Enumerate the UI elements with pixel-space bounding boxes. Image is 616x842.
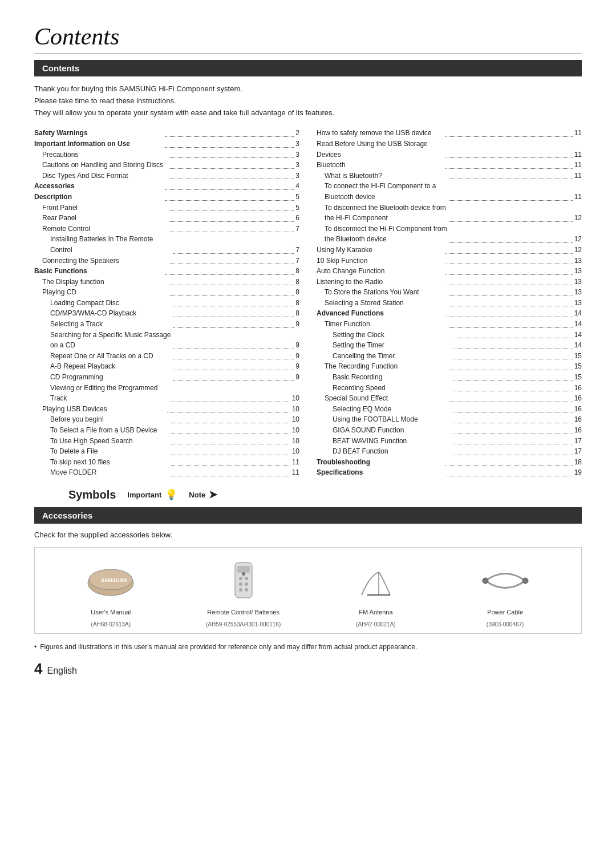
svg-text:SAMSUNG: SAMSUNG (101, 577, 127, 583)
toc-label: To connect the Hi-Fi Component to a (317, 181, 582, 192)
toc-item: GIGA SOUND Function16 (317, 425, 582, 436)
toc-label: Cautions on Handling and Storing Discs (34, 160, 167, 171)
toc-dots (165, 181, 294, 190)
toc-item: Timer Function14 (317, 319, 582, 330)
toc-dots (449, 393, 573, 402)
toc-dots (169, 213, 294, 222)
toc-label: Recording Speed (317, 383, 452, 394)
toc-page: 8 (295, 266, 299, 277)
toc-page: 13 (574, 277, 582, 288)
toc-dots (453, 330, 573, 339)
toc-page: 14 (574, 340, 582, 351)
toc-item: Basic Recording15 (317, 372, 582, 383)
accessory-image-antenna (342, 558, 410, 604)
toc-item: To disconnect the Hi-Fi Component from (317, 224, 582, 234)
toc-item: Playing CD8 (34, 287, 299, 298)
toc-page: 6 (295, 213, 299, 224)
intro-text: Thank you for buying this SAMSUNG Hi-Fi … (34, 83, 582, 119)
toc-label: To Select a File from a USB Device (34, 425, 169, 436)
toc-item: BEAT WAVING Function17 (317, 436, 582, 447)
toc-dots (173, 319, 294, 328)
svg-point-5 (239, 577, 242, 580)
page-number-row: 4 English (34, 660, 582, 678)
toc-dots (453, 404, 573, 413)
note-icon: ➤ (209, 488, 217, 501)
remote-svg (232, 561, 255, 600)
toc-label: Loading Compact Disc (34, 298, 171, 309)
toc-item: Troubleshooting18 (317, 457, 582, 468)
toc-label: Listening to the Radio (317, 277, 444, 288)
toc-dots (173, 308, 294, 317)
toc-item: Control7 (34, 245, 299, 256)
toc-item: the Bluetooth device12 (317, 234, 582, 245)
toc-item: The Display function8 (34, 277, 299, 288)
page-language: English (47, 666, 76, 676)
toc-label: Playing CD (34, 287, 167, 298)
toc-page: 15 (574, 361, 582, 372)
toc-label: To disconnect the Bluetooth device from (317, 203, 582, 213)
toc-page: 16 (574, 383, 582, 394)
toc-page: 9 (295, 351, 299, 362)
toc-dots (171, 425, 290, 434)
toc-dots (173, 372, 294, 381)
toc-page: 3 (295, 160, 299, 171)
toc-item: 10 Skip Function13 (317, 256, 582, 266)
important-symbol: Important 💡 (127, 488, 177, 501)
note-symbol: Note ➤ (189, 488, 217, 501)
toc-item: Precautions3 (34, 149, 299, 160)
toc-dots (453, 425, 573, 434)
svg-point-15 (522, 578, 528, 584)
toc-page: 11 (574, 171, 582, 181)
toc-page: 11 (292, 457, 299, 468)
toc-item: Cancelling the Timer15 (317, 351, 582, 362)
toc-dots (165, 266, 294, 275)
toc-dots (169, 160, 294, 169)
toc-label: Devices (317, 149, 444, 160)
toc-label: Setting the Clock (317, 330, 452, 341)
toc-dots (449, 361, 573, 370)
toc-dots (173, 361, 294, 370)
toc-item: How to safely remove the USB device11 (317, 128, 582, 139)
toc-item: DJ BEAT Function17 (317, 446, 582, 457)
accessories-section-header: Accessories (34, 507, 582, 524)
toc-page: 3 (295, 171, 299, 181)
toc-page: 13 (574, 266, 582, 277)
toc-page: 8 (295, 298, 299, 309)
toc-label: Bluetooth device (317, 192, 448, 203)
toc-item: Repeat One or All Tracks on a CD9 (34, 351, 299, 362)
toc-label: CD/MP3/WMA-CD Playback (34, 308, 171, 319)
toc-label: Advanced Functions (317, 308, 444, 319)
svg-point-11 (242, 572, 245, 576)
toc-page: 4 (295, 181, 299, 192)
toc-page: 10 (292, 404, 299, 415)
toc-page: 7 (295, 256, 299, 266)
toc-dots (165, 192, 294, 201)
toc-item: Rear Panel6 (34, 213, 299, 224)
toc-item: Special Sound Effect16 (317, 393, 582, 404)
toc-page: 5 (295, 203, 299, 213)
toc-page: 10 (292, 414, 299, 425)
toc-dots (169, 277, 294, 286)
toc-page: 11 (574, 160, 582, 171)
toc-label: Move FOLDER (34, 467, 169, 478)
toc-item: the Hi-Fi Component12 (317, 213, 582, 224)
toc-page: 11 (574, 128, 582, 139)
toc-item: Disc Types And Disc Format3 (34, 171, 299, 181)
toc-dots (171, 446, 290, 455)
toc-label: Disc Types And Disc Format (34, 171, 167, 181)
toc-dots (449, 319, 573, 328)
toc-label: Rear Panel (34, 213, 167, 224)
toc-label: DJ BEAT Function (317, 446, 452, 457)
toc-label: Auto Change Function (317, 266, 444, 277)
toc-label: Selecting EQ Mode (317, 404, 452, 415)
toc-label: Selecting a Stored Station (317, 298, 448, 309)
toc-dots (445, 277, 573, 286)
svg-point-6 (245, 577, 248, 580)
accessory-label: Remote Control/ Batteries (207, 608, 279, 617)
toc-label: Timer Function (317, 319, 448, 330)
toc-page: 8 (295, 308, 299, 319)
toc-label: To Store the Stations You Want (317, 287, 448, 298)
toc-page: 17 (574, 446, 582, 457)
toc-item: Front Panel5 (34, 203, 299, 213)
toc-dots (449, 171, 573, 180)
